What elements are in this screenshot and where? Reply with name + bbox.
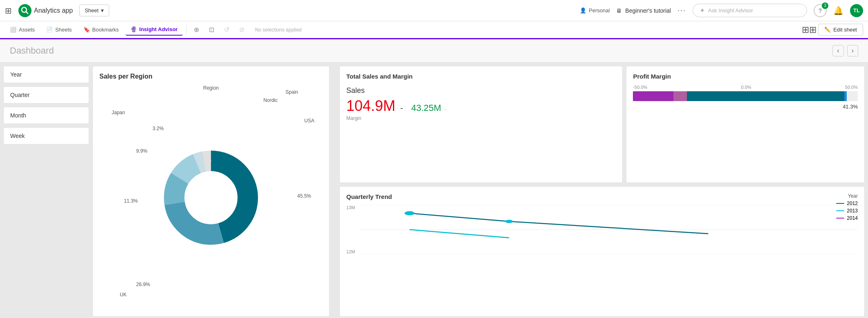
week-filter-label: Week	[10, 133, 25, 139]
user-avatar[interactable]: TL	[850, 4, 863, 17]
chevron-down-icon: ▾	[101, 7, 104, 14]
quarter-filter-label: Quarter	[10, 92, 29, 98]
uk-label: UK	[120, 292, 127, 298]
usa-pct: 45.5%	[297, 193, 311, 198]
year-filter[interactable]: Year	[3, 66, 89, 83]
insight-advisor-label: Insight Advisor	[139, 26, 178, 32]
usa-label: USA	[304, 118, 314, 124]
pm-axis-min: -50.0%	[633, 85, 647, 90]
sales-value: 104.9M	[346, 97, 395, 115]
bookmarks-tab[interactable]: 🔖 Bookmarks	[79, 24, 124, 35]
monitor-icon: 🖥	[616, 7, 622, 14]
insight-search-placeholder: Ask Insight Advisor	[708, 7, 753, 14]
toolbar: ⬜ Assets 📄 Sheets 🔖 Bookmarks 🔮 Insight …	[0, 21, 868, 39]
top-navigation: ⊞ Analytics app Sheet ▾ 👤 Personal 🖥 Beg…	[0, 0, 868, 21]
sheets-label: Sheets	[55, 27, 72, 33]
uk-pct: 26.9%	[136, 282, 150, 287]
spain-label: Spain	[285, 89, 298, 95]
bookmark-icon: 🔖	[83, 27, 90, 33]
filter-button[interactable]: ⊘	[235, 23, 249, 36]
grid-menu-icon[interactable]: ⊞	[5, 6, 12, 16]
svg-line-1	[26, 11, 28, 14]
zoom-in-button[interactable]: ⊕	[190, 23, 203, 36]
sheet-dropdown-label: Sheet	[85, 7, 99, 14]
notification-bell-icon[interactable]: 🔔	[833, 6, 843, 16]
sparkle-icon: ✦	[700, 7, 705, 14]
nordic-pct: 9.9%	[136, 148, 147, 154]
more-options-icon[interactable]: ···	[677, 6, 686, 15]
app-name-label: Analytics app	[34, 7, 73, 14]
question-mark-icon: ?	[819, 7, 822, 14]
week-filter[interactable]: Week	[3, 127, 89, 144]
main-content: Year Quarter Month Week Sales per Region…	[0, 63, 868, 318]
sales-per-region-title: Sales per Region	[99, 73, 323, 80]
assets-tab[interactable]: ⬜ Assets	[5, 24, 40, 35]
qt-svg	[360, 205, 858, 254]
pm-value: 41.3%	[633, 104, 858, 110]
filter-sidebar: Year Quarter Month Week	[3, 66, 89, 317]
zoom-fit-button[interactable]: ⊡	[205, 23, 218, 36]
nordic-label: Nordic	[263, 97, 278, 103]
quarterly-trend-title: Quarterly Trend	[346, 193, 858, 200]
view-grid-icon[interactable]: ⊞⊞	[802, 25, 816, 35]
dash-separator: -	[400, 104, 403, 113]
quarter-filter[interactable]: Quarter	[3, 86, 89, 104]
sheets-icon: 📄	[46, 27, 53, 33]
pm-bar-mid	[673, 91, 687, 101]
next-sheet-button[interactable]: ›	[847, 45, 858, 56]
qt-y-top: 13M	[346, 205, 355, 210]
year-filter-label: Year	[10, 71, 22, 78]
qlik-logo-circle	[18, 4, 31, 17]
svg-point-9	[185, 171, 237, 224]
pm-axis-mid: 0.0%	[741, 85, 751, 90]
pm-axis-max: 50.0%	[845, 85, 858, 90]
qt-line-chart	[360, 205, 858, 254]
personal-label: Personal	[589, 7, 610, 14]
personal-mode[interactable]: 👤 Personal	[580, 7, 610, 14]
pm-bar-right	[844, 91, 847, 101]
no-selections-label: No selections applied	[250, 27, 307, 33]
qlik-logo: Analytics app	[18, 4, 73, 17]
rotate-button[interactable]: ↺	[220, 23, 233, 36]
qt-legend-title: Year	[836, 193, 858, 199]
assets-label: Assets	[19, 27, 35, 33]
dashboard-navigation: ‹ ›	[832, 45, 858, 56]
insight-advisor-icon: 🔮	[130, 26, 137, 32]
tutorial-label: Beginner's tutorial	[625, 7, 671, 14]
dashboard-title: Dashboard	[10, 45, 54, 56]
legend-2012-line	[836, 203, 844, 204]
profit-margin-title: Profit Margin	[633, 73, 858, 80]
margin-label: -	[444, 107, 446, 112]
insight-advisor-tab[interactable]: 🔮 Insight Advisor	[126, 24, 183, 36]
month-filter[interactable]: Month	[3, 107, 89, 124]
japan-pct: 11.3%	[124, 198, 138, 204]
month-filter-label: Month	[10, 112, 26, 119]
help-button[interactable]: ? 3	[814, 4, 827, 17]
margin-value: 43.25M	[411, 103, 441, 113]
qt-y-axis: 13M 12M	[346, 205, 357, 254]
edit-sheet-label: Edit sheet	[833, 27, 857, 33]
dashboard-title-bar: Dashboard ‹ ›	[0, 39, 868, 63]
sales-per-region-panel: Sales per Region Region	[92, 66, 330, 317]
quarterly-trend-panel: Quarterly Trend Year 2012 2013 2014	[339, 186, 865, 317]
donut-chart	[150, 136, 272, 259]
sheets-tab[interactable]: 📄 Sheets	[41, 24, 76, 35]
japan-label: Japan	[112, 110, 125, 115]
prev-sheet-button[interactable]: ‹	[832, 45, 843, 56]
pm-bar-positive	[687, 91, 844, 101]
region-center-label: Region	[203, 85, 219, 91]
edit-sheet-button[interactable]: ✏️ Edit sheet	[818, 24, 863, 36]
insight-advisor-search[interactable]: ✦ Ask Insight Advisor	[693, 4, 807, 17]
spain-pct: 3.2%	[153, 126, 164, 131]
top-right-panels: Total Sales and Margin Sales 104.9M - 43…	[339, 66, 865, 183]
bookmarks-label: Bookmarks	[92, 27, 119, 33]
notification-badge: 3	[822, 2, 828, 9]
assets-icon: ⬜	[10, 27, 16, 33]
tutorial-link[interactable]: 🖥 Beginner's tutorial	[616, 7, 671, 14]
pm-bar-negative	[633, 91, 673, 101]
divider	[186, 25, 186, 35]
total-sales-title: Total Sales and Margin	[346, 73, 616, 80]
sales-label: Sales	[346, 86, 616, 95]
margin-sub-label: Margin	[346, 115, 616, 121]
sheet-dropdown[interactable]: Sheet ▾	[79, 5, 109, 16]
